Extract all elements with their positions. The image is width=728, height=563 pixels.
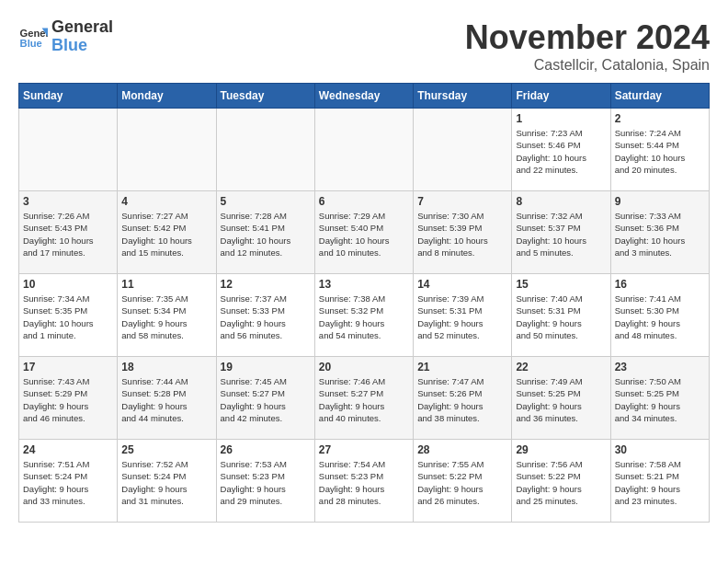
day-info: Sunrise: 7:24 AM Sunset: 5:44 PM Dayligh… (615, 127, 705, 176)
day-info: Sunrise: 7:49 AM Sunset: 5:25 PM Dayligh… (516, 375, 606, 424)
day-info: Sunrise: 7:41 AM Sunset: 5:30 PM Dayligh… (615, 293, 705, 341)
day-number: 28 (417, 443, 507, 456)
day-info: Sunrise: 7:23 AM Sunset: 5:46 PM Dayligh… (516, 127, 606, 176)
day-number: 20 (319, 361, 409, 373)
day-info: Sunrise: 7:44 AM Sunset: 5:28 PM Dayligh… (121, 375, 211, 424)
day-number: 9 (615, 195, 705, 208)
week-row-5: 24Sunrise: 7:51 AM Sunset: 5:24 PM Dayli… (19, 440, 710, 523)
week-row-1: 1Sunrise: 7:23 AM Sunset: 5:46 PM Daylig… (19, 109, 710, 191)
day-info: Sunrise: 7:28 AM Sunset: 5:41 PM Dayligh… (221, 210, 311, 259)
location: Castellcir, Catalonia, Spain (465, 57, 710, 74)
day-info: Sunrise: 7:27 AM Sunset: 5:42 PM Dayligh… (121, 210, 211, 259)
weekday-header-friday: Friday (512, 84, 610, 109)
day-info: Sunrise: 7:56 AM Sunset: 5:22 PM Dayligh… (516, 458, 606, 507)
day-number: 19 (221, 361, 311, 373)
day-cell: 20Sunrise: 7:46 AM Sunset: 5:27 PM Dayli… (314, 357, 413, 440)
day-info: Sunrise: 7:37 AM Sunset: 5:33 PM Dayligh… (221, 293, 311, 341)
day-number: 17 (23, 361, 113, 373)
day-cell: 25Sunrise: 7:52 AM Sunset: 5:24 PM Dayli… (118, 440, 216, 523)
day-cell (118, 109, 216, 191)
day-cell: 19Sunrise: 7:45 AM Sunset: 5:27 PM Dayli… (216, 357, 314, 440)
day-number: 5 (221, 195, 311, 208)
day-number: 23 (615, 361, 705, 373)
day-cell: 11Sunrise: 7:35 AM Sunset: 5:34 PM Dayli… (118, 274, 216, 357)
weekday-header-wednesday: Wednesday (314, 84, 413, 109)
day-info: Sunrise: 7:50 AM Sunset: 5:25 PM Dayligh… (615, 375, 705, 424)
day-cell: 24Sunrise: 7:51 AM Sunset: 5:24 PM Dayli… (19, 440, 118, 523)
weekday-header-sunday: Sunday (19, 84, 118, 109)
day-number: 16 (615, 278, 705, 291)
day-number: 14 (417, 278, 507, 291)
day-info: Sunrise: 7:43 AM Sunset: 5:29 PM Dayligh… (23, 375, 113, 424)
logo-text: GeneralBlue (51, 18, 113, 55)
day-number: 22 (516, 361, 606, 373)
day-info: Sunrise: 7:39 AM Sunset: 5:31 PM Dayligh… (417, 293, 507, 341)
day-number: 26 (221, 443, 311, 456)
weekday-header-tuesday: Tuesday (216, 84, 314, 109)
day-cell: 29Sunrise: 7:56 AM Sunset: 5:22 PM Dayli… (512, 440, 610, 523)
day-number: 30 (615, 443, 705, 456)
day-info: Sunrise: 7:26 AM Sunset: 5:43 PM Dayligh… (23, 210, 113, 259)
weekday-header-row: SundayMondayTuesdayWednesdayThursdayFrid… (19, 84, 710, 109)
day-number: 10 (23, 278, 113, 291)
day-number: 3 (23, 195, 113, 208)
day-number: 29 (516, 443, 606, 456)
week-row-2: 3Sunrise: 7:26 AM Sunset: 5:43 PM Daylig… (19, 191, 710, 274)
day-cell: 2Sunrise: 7:24 AM Sunset: 5:44 PM Daylig… (610, 109, 709, 191)
day-info: Sunrise: 7:40 AM Sunset: 5:31 PM Dayligh… (516, 293, 606, 341)
day-cell: 3Sunrise: 7:26 AM Sunset: 5:43 PM Daylig… (19, 191, 118, 274)
day-number: 25 (121, 443, 211, 456)
day-number: 1 (516, 112, 606, 125)
day-cell: 8Sunrise: 7:32 AM Sunset: 5:37 PM Daylig… (512, 191, 610, 274)
day-number: 13 (319, 278, 409, 291)
day-info: Sunrise: 7:33 AM Sunset: 5:36 PM Dayligh… (615, 210, 705, 259)
logo-icon: General Blue (18, 22, 48, 52)
day-info: Sunrise: 7:52 AM Sunset: 5:24 PM Dayligh… (121, 458, 211, 507)
day-number: 24 (23, 443, 113, 456)
day-cell (314, 109, 413, 191)
day-cell (216, 109, 314, 191)
day-info: Sunrise: 7:29 AM Sunset: 5:40 PM Dayligh… (319, 210, 409, 259)
title-block: November 2024 Castellcir, Catalonia, Spa… (465, 18, 710, 74)
day-cell: 18Sunrise: 7:44 AM Sunset: 5:28 PM Dayli… (118, 357, 216, 440)
day-cell: 23Sunrise: 7:50 AM Sunset: 5:25 PM Dayli… (610, 357, 709, 440)
day-cell: 26Sunrise: 7:53 AM Sunset: 5:23 PM Dayli… (216, 440, 314, 523)
day-info: Sunrise: 7:51 AM Sunset: 5:24 PM Dayligh… (23, 458, 113, 507)
day-info: Sunrise: 7:54 AM Sunset: 5:23 PM Dayligh… (319, 458, 409, 507)
day-number: 7 (417, 195, 507, 208)
day-cell (19, 109, 118, 191)
day-cell: 10Sunrise: 7:34 AM Sunset: 5:35 PM Dayli… (19, 274, 118, 357)
day-cell: 27Sunrise: 7:54 AM Sunset: 5:23 PM Dayli… (314, 440, 413, 523)
week-row-4: 17Sunrise: 7:43 AM Sunset: 5:29 PM Dayli… (19, 357, 710, 440)
day-cell: 5Sunrise: 7:28 AM Sunset: 5:41 PM Daylig… (216, 191, 314, 274)
day-info: Sunrise: 7:30 AM Sunset: 5:39 PM Dayligh… (417, 210, 507, 259)
day-info: Sunrise: 7:32 AM Sunset: 5:37 PM Dayligh… (516, 210, 606, 259)
day-number: 4 (121, 195, 211, 208)
day-cell (414, 109, 512, 191)
day-number: 8 (516, 195, 606, 208)
day-cell: 15Sunrise: 7:40 AM Sunset: 5:31 PM Dayli… (512, 274, 610, 357)
day-cell: 14Sunrise: 7:39 AM Sunset: 5:31 PM Dayli… (414, 274, 512, 357)
day-cell: 12Sunrise: 7:37 AM Sunset: 5:33 PM Dayli… (216, 274, 314, 357)
day-info: Sunrise: 7:47 AM Sunset: 5:26 PM Dayligh… (417, 375, 507, 424)
day-number: 6 (319, 195, 409, 208)
day-cell: 6Sunrise: 7:29 AM Sunset: 5:40 PM Daylig… (314, 191, 413, 274)
weekday-header-saturday: Saturday (610, 84, 709, 109)
day-cell: 17Sunrise: 7:43 AM Sunset: 5:29 PM Dayli… (19, 357, 118, 440)
day-cell: 7Sunrise: 7:30 AM Sunset: 5:39 PM Daylig… (414, 191, 512, 274)
day-cell: 13Sunrise: 7:38 AM Sunset: 5:32 PM Dayli… (314, 274, 413, 357)
day-info: Sunrise: 7:58 AM Sunset: 5:21 PM Dayligh… (615, 458, 705, 507)
day-info: Sunrise: 7:46 AM Sunset: 5:27 PM Dayligh… (319, 375, 409, 424)
logo: General Blue GeneralBlue (18, 18, 113, 55)
day-number: 21 (417, 361, 507, 373)
day-info: Sunrise: 7:38 AM Sunset: 5:32 PM Dayligh… (319, 293, 409, 341)
day-number: 15 (516, 278, 606, 291)
day-cell: 21Sunrise: 7:47 AM Sunset: 5:26 PM Dayli… (414, 357, 512, 440)
day-number: 27 (319, 443, 409, 456)
day-cell: 28Sunrise: 7:55 AM Sunset: 5:22 PM Dayli… (414, 440, 512, 523)
day-cell: 1Sunrise: 7:23 AM Sunset: 5:46 PM Daylig… (512, 109, 610, 191)
month-year: November 2024 (465, 18, 710, 57)
day-number: 12 (221, 278, 311, 291)
day-number: 2 (615, 112, 705, 125)
day-info: Sunrise: 7:45 AM Sunset: 5:27 PM Dayligh… (221, 375, 311, 424)
